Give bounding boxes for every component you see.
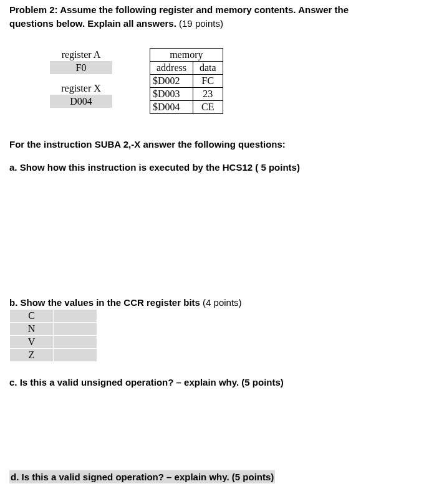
register-a-value: F0 — [50, 61, 112, 74]
table-row: $D004 CE — [150, 100, 223, 113]
question-c: c. Is this a valid unsigned operation? –… — [9, 377, 415, 388]
ccr-blank — [54, 309, 97, 322]
ccr-flag: N — [10, 322, 54, 335]
question-b: b. Show the values in the CCR register b… — [9, 297, 415, 308]
ccr-table: C N V Z — [9, 309, 97, 362]
instruction-header: For the instruction SUBA 2,-X answer the… — [9, 139, 415, 150]
table-row: C — [10, 309, 97, 322]
registers-column: register A F0 register X D004 — [50, 48, 112, 114]
register-x-value: D004 — [50, 95, 112, 108]
table-row: $D003 23 — [150, 87, 223, 100]
register-x-label: register X — [50, 83, 112, 94]
table-row: Z — [10, 348, 97, 361]
memory-column: memory address data $D002 FC $D003 23 $D… — [150, 48, 223, 114]
title-line1: Problem 2: Assume the following register… — [9, 4, 349, 15]
ccr-blank — [54, 348, 97, 361]
problem-title: Problem 2: Assume the following register… — [9, 3, 415, 31]
ccr-flag: C — [10, 309, 54, 322]
ccr-flag: Z — [10, 348, 54, 361]
question-b-points: (4 points) — [200, 297, 242, 308]
table-row: V — [10, 335, 97, 348]
ccr-blank — [54, 322, 97, 335]
table-row: N — [10, 322, 97, 335]
memory-title: memory — [150, 48, 223, 61]
mem-data: FC — [193, 74, 223, 87]
mem-data: 23 — [193, 87, 223, 100]
mem-addr: $D002 — [150, 74, 193, 87]
register-memory-section: register A F0 register X D004 memory add… — [9, 48, 415, 114]
title-line2a: questions below. Explain all answers. — [9, 18, 179, 29]
ccr-flag: V — [10, 335, 54, 348]
mem-data: CE — [193, 100, 223, 113]
memory-table: memory address data $D002 FC $D003 23 $D… — [150, 48, 223, 114]
ccr-blank — [54, 335, 97, 348]
mem-addr: $D004 — [150, 100, 193, 113]
question-b-text: b. Show the values in the CCR register b… — [9, 297, 200, 308]
title-points: (19 points) — [179, 18, 223, 29]
mem-addr: $D003 — [150, 87, 193, 100]
memory-header-data: data — [193, 61, 223, 74]
memory-header-address: address — [150, 61, 193, 74]
question-a: a. Show how this instruction is executed… — [9, 162, 415, 173]
question-d: d. Is this a valid signed operation? – e… — [9, 470, 275, 483]
table-row: $D002 FC — [150, 74, 223, 87]
register-a-label: register A — [50, 49, 112, 60]
